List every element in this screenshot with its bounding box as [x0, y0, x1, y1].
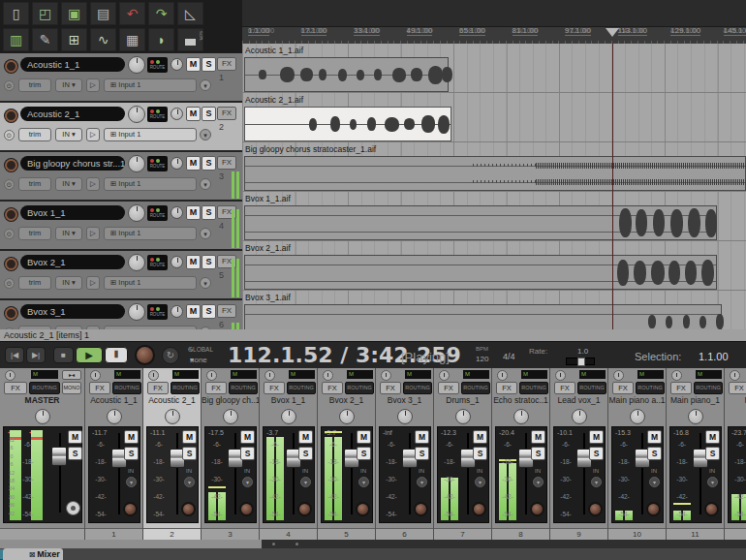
pan-knob[interactable]: [513, 409, 529, 424]
input-button[interactable]: IN: [535, 468, 541, 474]
track-name[interactable]: Bvox 1_1: [20, 205, 125, 220]
pan-knob[interactable]: [223, 409, 238, 424]
selection-value[interactable]: 1.1.00: [699, 351, 729, 362]
input-monitor-button[interactable]: ▷: [86, 177, 100, 191]
routing-button[interactable]: ROUTING: [171, 382, 200, 394]
record-arm-button[interactable]: [5, 258, 17, 270]
power-button[interactable]: [90, 370, 101, 381]
time-signature[interactable]: 4/4: [503, 352, 515, 361]
undo-button[interactable]: ↶: [119, 2, 145, 25]
glue-items-button[interactable]: ◗: [148, 28, 174, 51]
envelope-button[interactable]: ⊙: [4, 278, 15, 289]
volume-knob[interactable]: [128, 106, 145, 123]
solo-button[interactable]: S: [202, 304, 216, 319]
solo-button[interactable]: S: [298, 447, 313, 460]
power-button[interactable]: [439, 370, 450, 381]
mute-button[interactable]: M: [589, 430, 604, 444]
envelope-button[interactable]: ⊙: [4, 130, 15, 140]
trim-button[interactable]: trim: [18, 128, 51, 141]
fx-button[interactable]: FX: [4, 382, 27, 394]
pan-knob[interactable]: [688, 409, 703, 424]
fx-button[interactable]: FX: [496, 382, 517, 394]
master-fader[interactable]: [51, 447, 67, 466]
fx-button[interactable]: FX: [264, 382, 285, 394]
mixer-strip[interactable]: FXMROUTINGNatu-23.7-6--18--30--42--54-MS…: [725, 368, 746, 540]
routing-button[interactable]: ROUTING: [345, 382, 374, 394]
mute-button[interactable]: M: [186, 255, 201, 269]
redo-button[interactable]: ↷: [148, 2, 174, 25]
fx-button[interactable]: FX: [217, 107, 236, 120]
record-arm-button[interactable]: [239, 502, 254, 516]
volume-knob[interactable]: [128, 204, 145, 222]
trim-button[interactable]: trim: [18, 276, 51, 290]
volume-knob[interactable]: [128, 56, 145, 74]
record-arm-button[interactable]: [5, 159, 17, 171]
solo-button[interactable]: S: [415, 447, 429, 460]
mixer-strip[interactable]: FXMROUTINGEcho stratoc..1-20.4-6--18--30…: [492, 368, 550, 540]
input-fx-button[interactable]: IN ▾: [55, 227, 82, 240]
record-arm-button[interactable]: [5, 307, 17, 320]
input-button[interactable]: IN: [593, 468, 599, 474]
input-fx-button[interactable]: IN ▾: [55, 78, 82, 92]
routing-button[interactable]: ROUTING: [287, 382, 316, 394]
power-button[interactable]: [323, 370, 333, 381]
pan-knob[interactable]: [107, 409, 122, 424]
stop-button[interactable]: ■: [53, 347, 74, 363]
open-project-button[interactable]: ◰: [32, 2, 58, 25]
media-item[interactable]: [244, 57, 449, 92]
input-dropdown[interactable]: ▾: [649, 477, 660, 487]
mute-button[interactable]: M: [647, 430, 662, 444]
input-fx-button[interactable]: IN ▾: [55, 276, 82, 290]
trim-button[interactable]: trim: [18, 78, 51, 92]
input-dropdown[interactable]: ▾: [533, 477, 544, 487]
media-item[interactable]: [244, 107, 451, 141]
pause-button[interactable]: Ⅱ: [105, 347, 128, 363]
mixer-strip[interactable]: FXMROUTINGMain piano_1-16.8-6--18--30--4…: [667, 368, 725, 540]
input-dropdown[interactable]: ▾: [200, 79, 211, 91]
mute-button[interactable]: M: [531, 430, 545, 444]
input-dropdown[interactable]: ▾: [475, 477, 485, 487]
track-lane[interactable]: Acoustic 2_1.aif: [242, 93, 746, 142]
track-name[interactable]: Big gloopy chorus str...1: [20, 156, 125, 171]
envelope-button[interactable]: ⊙: [4, 179, 15, 190]
mixer-strip[interactable]: FXMROUTINGBvox 3_1-inf-6--18--30--42--54…: [376, 368, 434, 540]
input-button[interactable]: IN: [128, 468, 134, 474]
grid-button[interactable]: ▦: [119, 28, 145, 51]
routing-button[interactable]: ROUTING: [29, 382, 60, 394]
arrange-view[interactable]: Acoustic 1_1.aifAcoustic 2_1.aifBig gloo…: [242, 44, 746, 329]
solo-button[interactable]: S: [647, 447, 662, 460]
mute-button[interactable]: M: [186, 57, 201, 72]
record-arm-button[interactable]: [588, 502, 603, 516]
envelope-button[interactable]: ⊙: [4, 229, 15, 239]
record-arm-button[interactable]: [5, 60, 17, 73]
input-dropdown[interactable]: ▾: [358, 477, 369, 487]
mute-button[interactable]: M: [182, 430, 197, 444]
timeline-ruler[interactable]: 1.1.000:00.00017.1.000:32.00033.1.001:04…: [242, 27, 746, 44]
fx-button[interactable]: FX: [438, 382, 459, 394]
solo-button[interactable]: S: [182, 447, 197, 460]
tab-mixer[interactable]: ⊠Mixer: [3, 548, 63, 560]
route-button[interactable]: ROUTE: [147, 57, 168, 73]
record-button[interactable]: [135, 345, 155, 365]
pan-knob[interactable]: [281, 409, 296, 424]
solo-button[interactable]: S: [705, 447, 720, 460]
input-button[interactable]: IN: [709, 468, 715, 474]
pan-knob[interactable]: [171, 58, 183, 71]
mixer-strip[interactable]: FXMROUTINGBig gloopy ch..1-17.5-6--18--3…: [202, 368, 260, 540]
input-button[interactable]: ⊞ Input 1: [104, 227, 197, 240]
mixer-strip[interactable]: FXMROUTINGLead vox_1-10.1-6--18--30--42-…: [550, 368, 608, 540]
fx-button[interactable]: FX: [205, 382, 227, 394]
trim-button[interactable]: trim: [18, 227, 51, 240]
volume-knob[interactable]: [128, 254, 145, 271]
pan-knob[interactable]: [171, 305, 183, 318]
mixer-strip[interactable]: FXMROUTINGAcoustic 1_1-11.7-6--18--30--4…: [85, 368, 143, 540]
routing-button[interactable]: ROUTING: [461, 382, 490, 394]
pan-knob[interactable]: [165, 409, 180, 424]
project-settings-button[interactable]: ▤: [90, 2, 116, 25]
power-button[interactable]: [148, 370, 159, 381]
save-project-button[interactable]: ▣: [61, 2, 87, 25]
power-button[interactable]: [730, 370, 740, 381]
mixer-strip[interactable]: FXMROUTINGBvox 2_1-3.7-6--18--30--42--54…: [318, 368, 376, 540]
mute-button[interactable]: M: [357, 430, 371, 444]
go-to-end-button[interactable]: ▶|: [26, 347, 46, 363]
